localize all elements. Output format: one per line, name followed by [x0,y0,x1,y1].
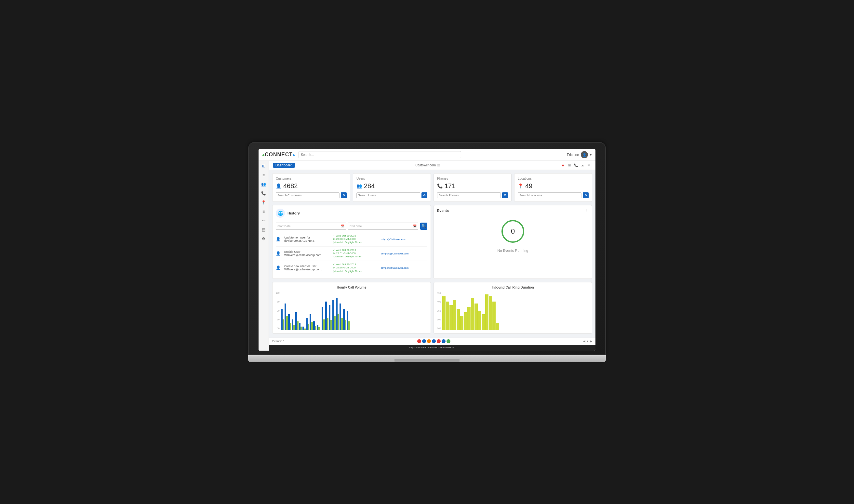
content-topbar: Dashboard Calltower.com ☰ ■ ⊞ 📞 ☁ ✉ [269,161,595,170]
bar-group-inbound [457,309,460,330]
locations-icon: 📍 [518,183,523,188]
history-desc-1: Update non user for device:00425AC77B4B. [284,236,331,242]
dashboard-grid: Customers 👤 4682 ⚙ [269,170,595,338]
sidebar-item-reports[interactable]: ▤ [261,227,267,233]
bar-group [299,323,302,330]
start-date-input[interactable]: Start Date 📅 [276,222,346,230]
bar-group [310,314,313,330]
users-search-input[interactable] [356,192,420,198]
bar-group [343,309,346,330]
dropdown-icon[interactable]: ▾ [590,153,592,157]
bar-group-inbound [478,311,481,330]
y-label-60: 60 [276,319,280,321]
end-date-input[interactable]: End Date 📅 [348,222,418,230]
search-history-btn[interactable]: 🔍 [420,222,427,230]
bar-green [323,320,325,330]
menu-icon[interactable]: ☰ [437,163,440,167]
users-icon: 👥 [356,183,362,188]
calendar-icon-end: 📅 [413,224,417,228]
top-icons-area: ■ ⊞ 📞 ☁ ✉ [560,162,592,168]
red-icon[interactable]: ■ [560,162,565,168]
users-search-btn[interactable]: ⚙ [421,192,427,198]
laptop-container: CONNECT Eric Lee 👤 ▾ ⊞ ≡ 👥 [248,142,606,362]
sidebar-item-users[interactable]: 👥 [261,181,267,187]
locations-label: Locations [518,177,589,180]
events-panel: Events ⋮ 0 No Events Running [434,205,592,279]
middle-row: 🌐 History Start Date 📅 [272,205,592,279]
phones-icon: 📞 [437,183,442,188]
bar-green [308,324,309,330]
bar-group [332,300,336,330]
search-input[interactable] [298,151,461,158]
bar-lime [460,316,464,330]
bar-group-inbound [482,314,485,330]
bar-green [304,328,306,330]
bar-group-inbound [471,298,474,330]
bar-group-inbound [442,296,446,330]
bar-group-inbound [460,316,464,330]
cloud-icon[interactable]: ☁ [580,162,585,168]
sidebar-item-phones[interactable]: 📞 [261,190,267,197]
bar-group [302,327,306,330]
hourly-chart-title: Hourly Call Volume [276,286,427,289]
calltower-label: Calltower.com ☰ [415,163,440,167]
dot-7 [447,339,450,343]
bar-green [337,314,339,330]
sidebar-item-menu[interactable]: ≡ [261,172,267,178]
phones-value: 📞 171 [437,182,508,190]
locations-search: ⚙ [518,192,589,198]
nav-arrows[interactable]: ◀ ▲ ▶ [583,340,592,343]
bar-lime [446,302,449,330]
phone-icon[interactable]: 📞 [573,162,578,168]
bar-group-inbound [446,302,449,330]
charts-row: Hourly Call Volume 100 80 70 60 50 [272,282,592,334]
phones-search-input[interactable] [437,192,501,198]
app-logo: CONNECT [262,152,295,158]
sidebar-item-list[interactable]: ≡ [261,208,267,215]
customers-search-input[interactable] [276,192,339,198]
locations-search-btn[interactable]: ⚙ [583,192,589,198]
history-user-1: mlym@Calltower.com [381,238,427,241]
bar-green [315,326,316,330]
y-label-260: 260 [437,327,441,329]
sidebar-item-edit[interactable]: ✏ [261,217,267,224]
bar-green [290,323,291,330]
customers-search-btn[interactable]: ⚙ [341,192,347,198]
bar-group [321,307,325,330]
users-label: Users [356,177,427,180]
history-person-icon-1: 👤 [276,237,282,241]
bar-group [292,320,295,330]
history-item: 👤 Enable User WRivera@cathexiscorp.com. … [276,247,427,261]
history-person-icon-3: 👤 [276,266,282,270]
sidebar-item-dashboard[interactable]: ⊞ [261,163,267,169]
bar-green [297,321,298,330]
bar-green [341,318,343,330]
locations-value: 📍 49 [518,182,589,190]
bar-lime [442,296,446,330]
bar-lime [478,311,481,330]
history-user-3: blmport@Calltower.com [381,267,427,269]
y-label-300: 300 [437,319,441,321]
dashboard-tab[interactable]: Dashboard [273,163,295,168]
sidebar-item-settings[interactable]: ⚙ [261,236,267,242]
phones-search-btn[interactable]: ⚙ [502,192,508,198]
bar-group-inbound [489,296,492,330]
sidebar: ⊞ ≡ 👥 📞 📍 ≡ ✏ ▤ ⚙ [259,161,269,350]
dot-6 [442,339,446,343]
y-label-100: 100 [276,292,280,294]
bar-green [345,320,346,330]
y-label-50: 50 [276,327,280,329]
sidebar-item-locations[interactable]: 📍 [261,199,267,206]
laptop-base [248,355,606,362]
grid-icon[interactable]: ⊞ [567,162,572,168]
bar-green [300,327,302,330]
mail-icon[interactable]: ✉ [586,162,592,168]
hourly-chart-panel: Hourly Call Volume 100 80 70 60 50 [272,282,431,334]
bar-group-inbound [467,307,471,330]
events-more-icon[interactable]: ⋮ [585,209,589,213]
locations-search-input[interactable] [518,192,581,198]
dot-1 [417,339,421,343]
bar-group-inbound [453,300,456,330]
stat-card-users: Users 👥 284 ⚙ [353,173,431,202]
phones-label: Phones [437,177,508,180]
